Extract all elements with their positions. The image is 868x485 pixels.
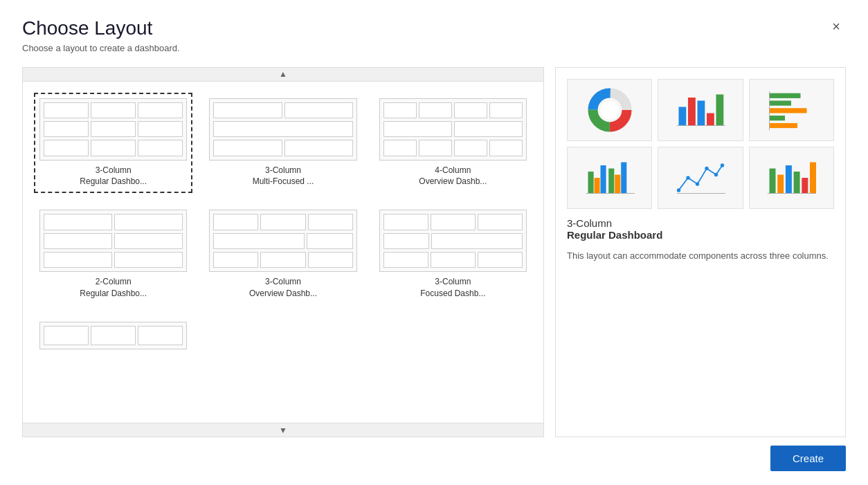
layout-label-3col-overview: 3-ColumnOverview Dashb...: [249, 276, 317, 300]
layout-item-2col-regular[interactable]: 2-ColumnRegular Dashbo...: [34, 204, 192, 305]
dialog-subtitle: Choose a layout to create a dashboard.: [22, 43, 180, 53]
detail-description: This layout can accommodate components a…: [567, 249, 834, 263]
layout-label-2col-regular: 2-ColumnRegular Dashbo...: [80, 276, 147, 300]
svg-point-25: [686, 176, 689, 179]
layout-item-3col-overview[interactable]: 3-ColumnOverview Dashb...: [204, 204, 362, 305]
svg-rect-6: [688, 98, 696, 126]
close-button[interactable]: ×: [826, 17, 846, 36]
svg-rect-17: [588, 172, 593, 194]
layout-label-3col-multifocused: 3-ColumnMulti-Focused ...: [253, 165, 314, 188]
choose-layout-dialog: Choose Layout Choose a layout to create …: [0, 0, 868, 485]
layout-list: 3-ColumnRegular Dashbo... 3-ColumnMulti-…: [23, 82, 543, 423]
svg-point-28: [714, 172, 718, 176]
layout-item-3col-focused[interactable]: 3-ColumnFocused Dashb...: [374, 204, 532, 305]
svg-point-29: [721, 163, 724, 167]
svg-rect-19: [600, 165, 606, 194]
svg-rect-18: [594, 178, 599, 194]
layout-preview-4col-overview: [379, 98, 527, 161]
svg-rect-20: [608, 168, 614, 193]
detail-panel: 3-Column Regular Dashboard This layout c…: [555, 67, 846, 437]
dialog-header: Choose Layout Choose a layout to create …: [22, 17, 846, 53]
layout-label-3col-regular: 3-ColumnRegular Dashbo...: [80, 165, 147, 188]
layout-list-container: ▲ 3-ColumnRegular Dashbo...: [22, 67, 544, 437]
layout-item-4col-overview[interactable]: 4-ColumnOverview Dashb...: [374, 93, 532, 194]
svg-point-4: [601, 100, 619, 118]
svg-rect-35: [802, 178, 808, 194]
svg-rect-15: [770, 122, 798, 127]
layout-item-3col-regular[interactable]: 3-ColumnRegular Dashbo...: [34, 93, 192, 194]
detail-thumb-bar: [658, 79, 743, 141]
svg-point-24: [677, 188, 680, 192]
header-text: Choose Layout Choose a layout to create …: [22, 17, 180, 53]
detail-thumb-donut: [567, 79, 652, 141]
svg-rect-7: [697, 100, 705, 125]
layout-preview-3col-overview: [209, 210, 356, 272]
svg-rect-22: [621, 162, 626, 193]
svg-point-27: [705, 166, 708, 170]
create-button[interactable]: Create: [770, 446, 846, 471]
layout-preview-3col-regular: [39, 98, 187, 161]
dialog-body: ▲ 3-ColumnRegular Dashbo...: [22, 67, 846, 437]
detail-name: 3-Column Regular Dashboard: [567, 217, 834, 241]
scroll-down-arrow[interactable]: ▼: [23, 423, 543, 437]
scroll-up-arrow[interactable]: ▲: [23, 68, 543, 82]
detail-thumb-hbar: [749, 79, 834, 141]
detail-thumb-mixed: [749, 147, 834, 209]
detail-thumbnails: [567, 79, 834, 209]
layout-preview-3col-multifocused: [209, 98, 356, 161]
layout-preview-3col-focused: [379, 210, 527, 272]
svg-rect-36: [810, 162, 816, 193]
layout-item-partial[interactable]: [34, 316, 192, 359]
layout-item-3col-multifocused[interactable]: 3-ColumnMulti-Focused ...: [204, 93, 362, 194]
layout-label-3col-focused: 3-ColumnFocused Dashb...: [420, 276, 485, 300]
svg-rect-8: [707, 113, 714, 125]
svg-rect-21: [615, 174, 620, 193]
svg-rect-31: [770, 168, 776, 193]
dialog-title: Choose Layout: [22, 17, 180, 40]
svg-point-26: [696, 182, 699, 185]
svg-rect-12: [770, 100, 792, 105]
svg-rect-13: [770, 108, 807, 113]
detail-thumb-line: [658, 147, 743, 209]
svg-rect-11: [770, 93, 801, 98]
svg-rect-5: [678, 107, 686, 125]
svg-rect-33: [786, 165, 792, 194]
detail-thumb-colbar: [567, 147, 652, 209]
svg-rect-9: [716, 94, 723, 125]
layout-preview-partial: [39, 322, 187, 349]
svg-rect-34: [794, 172, 800, 194]
svg-rect-32: [778, 174, 784, 193]
svg-rect-14: [770, 116, 786, 120]
layout-label-4col-overview: 4-ColumnOverview Dashb...: [419, 165, 487, 188]
layout-preview-2col-regular: [39, 210, 187, 272]
dialog-footer: Create: [22, 437, 846, 471]
